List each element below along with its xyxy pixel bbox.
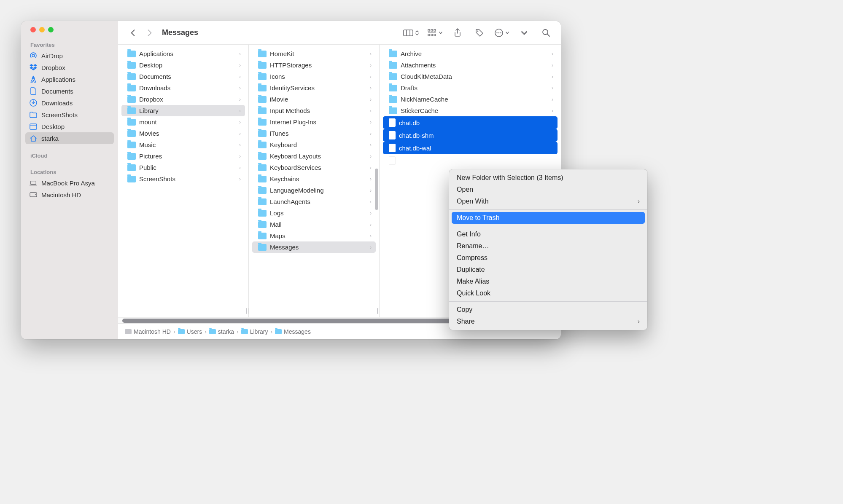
view-columns-button[interactable] (403, 27, 419, 39)
tags-button[interactable] (472, 27, 487, 39)
folder-row-keychains[interactable]: Keychains› (252, 173, 376, 185)
folder-row-itunes[interactable]: iTunes› (252, 128, 376, 139)
menu-item-open[interactable]: Open (449, 184, 647, 196)
sidebar-item-documents[interactable]: Documents (25, 85, 114, 97)
chevron-right-icon: › (239, 165, 241, 171)
folder-icon (258, 164, 267, 171)
folder-row-dropbox[interactable]: Dropbox› (121, 94, 245, 105)
sidebar-item-label: starka (41, 135, 59, 142)
menu-item-compress[interactable]: Compress (449, 252, 647, 264)
folder-icon (258, 62, 267, 69)
file-row-chat-db-shm[interactable]: chat.db-shm (383, 129, 558, 142)
sidebar-item-applications[interactable]: Applications (25, 73, 114, 85)
minimize-window-button[interactable] (39, 27, 45, 32)
folder-row-identityservices[interactable]: IdentityServices› (252, 82, 376, 94)
folder-icon (258, 210, 267, 217)
folder-row-imovie[interactable]: iMovie› (252, 94, 376, 105)
folder-row-logs[interactable]: Logs› (252, 207, 376, 219)
folder-row-launchagents[interactable]: LaunchAgents› (252, 196, 376, 207)
overflow-button[interactable] (517, 27, 531, 39)
path-segment-starka[interactable]: starka (209, 328, 234, 335)
menu-item-move-to-trash[interactable]: Move to Trash (452, 212, 645, 224)
folder-row-drafts[interactable]: Drafts› (383, 82, 558, 94)
path-segment-users[interactable]: Users (178, 328, 202, 335)
folder-row-attachments[interactable]: Attachments› (383, 59, 558, 71)
sidebar-item-macintosh-hd[interactable]: Macintosh HD (25, 189, 114, 201)
sidebar-item-starka[interactable]: starka (25, 132, 114, 144)
folder-row-public[interactable]: Public› (121, 162, 245, 173)
folder-row-icons[interactable]: Icons› (252, 71, 376, 82)
folder-row-messages[interactable]: Messages› (252, 241, 376, 253)
folder-row-mount[interactable]: mount› (121, 116, 245, 128)
folder-row-input-methods[interactable]: Input Methods› (252, 105, 376, 116)
share-button[interactable] (450, 27, 465, 39)
path-segment-library[interactable]: Library (241, 328, 268, 335)
row-label: LanguageModeling (270, 187, 324, 194)
folder-row-internet-plug-ins[interactable]: Internet Plug-Ins› (252, 116, 376, 128)
folder-icon (127, 176, 136, 182)
back-button[interactable] (126, 27, 140, 39)
folder-row-httpstorages[interactable]: HTTPStorages› (252, 59, 376, 71)
folder-row-keyboardservices[interactable]: KeyboardServices› (252, 162, 376, 173)
group-by-button[interactable] (428, 27, 443, 39)
chevron-right-icon: › (239, 176, 241, 182)
folder-row-music[interactable]: Music› (121, 139, 245, 150)
folder-row-movies[interactable]: Movies› (121, 128, 245, 139)
path-segment-messages[interactable]: Messages (275, 328, 311, 335)
window-title: Messages (162, 28, 198, 37)
folder-row-documents[interactable]: Documents› (121, 71, 245, 82)
folder-row-keyboard-layouts[interactable]: Keyboard Layouts› (252, 150, 376, 162)
menu-item-share[interactable]: Share› (449, 316, 647, 327)
menu-item-open-with[interactable]: Open With› (449, 196, 647, 207)
menu-item-rename[interactable]: Rename… (449, 240, 647, 252)
folder-icon (127, 96, 136, 103)
close-window-button[interactable] (30, 27, 36, 32)
menu-item-duplicate[interactable]: Duplicate (449, 264, 647, 276)
chevron-right-icon: › (239, 51, 241, 57)
sidebar-item-downloads[interactable]: Downloads (25, 97, 114, 109)
folder-row-keyboard[interactable]: Keyboard› (252, 139, 376, 150)
menu-item-copy[interactable]: Copy (449, 304, 647, 316)
svg-rect-11 (428, 29, 430, 31)
folder-row-nicknamecache[interactable]: NickNameCache› (383, 94, 558, 105)
path-separator: › (237, 328, 239, 335)
folder-icon (258, 233, 267, 239)
folder-row-homekit[interactable]: HomeKit› (252, 48, 376, 59)
folder-row-mail[interactable]: Mail› (252, 219, 376, 230)
file-row-chat-db-wal[interactable]: chat.db-wal (383, 142, 558, 154)
zoom-window-button[interactable] (48, 27, 54, 32)
folder-row-library[interactable]: Library› (121, 105, 245, 116)
menu-item-get-info[interactable]: Get Info (449, 228, 647, 240)
search-button[interactable] (539, 27, 553, 39)
chevron-right-icon: › (370, 97, 372, 102)
folder-row-cloudkitmetadata[interactable]: CloudKitMetaData› (383, 71, 558, 82)
row-label: Logs (270, 209, 284, 217)
sidebar-item-macbook-pro-asya[interactable]: MacBook Pro Asya (25, 177, 114, 189)
menu-item-new-folder-with-selection-3-items[interactable]: New Folder with Selection (3 Items) (449, 172, 647, 184)
sidebar-item-desktop[interactable]: Desktop (25, 121, 114, 132)
folder-row-downloads[interactable]: Downloads› (121, 82, 245, 94)
vertical-scrollbar[interactable] (375, 169, 378, 210)
folder-row-stickercache[interactable]: StickerCache› (383, 105, 558, 116)
folder-row-archive[interactable]: Archive› (383, 48, 558, 59)
menu-item-quick-look[interactable]: Quick Look (449, 287, 647, 299)
folder-row-screenshots[interactable]: ScreenShots› (121, 173, 245, 185)
folder-row-applications[interactable]: Applications› (121, 48, 245, 59)
folder-row-maps[interactable]: Maps› (252, 230, 376, 241)
folder-row-pictures[interactable]: Pictures› (121, 150, 245, 162)
path-segment-macintosh-hd[interactable]: Macintosh HD (125, 328, 171, 335)
menu-item-make-alias[interactable]: Make Alias (449, 276, 647, 287)
folder-row-languagemodeling[interactable]: LanguageModeling› (252, 185, 376, 196)
sidebar-item-dropbox[interactable]: Dropbox (25, 62, 114, 73)
action-button[interactable] (494, 27, 509, 39)
file-row-chat-db[interactable]: chat.db (383, 116, 558, 129)
menu-item-label: Get Info (457, 231, 481, 238)
row-label: Drafts (401, 84, 417, 91)
folder-row-desktop[interactable]: Desktop› (121, 59, 245, 71)
sidebar-item-screenshots[interactable]: ScreenShots (25, 109, 114, 121)
desktop-icon (30, 123, 37, 130)
forward-button[interactable] (143, 27, 157, 39)
sidebar-item-airdrop[interactable]: AirDrop (25, 50, 114, 62)
folder-icon (389, 85, 397, 91)
file-row-hidden[interactable] (383, 154, 558, 167)
